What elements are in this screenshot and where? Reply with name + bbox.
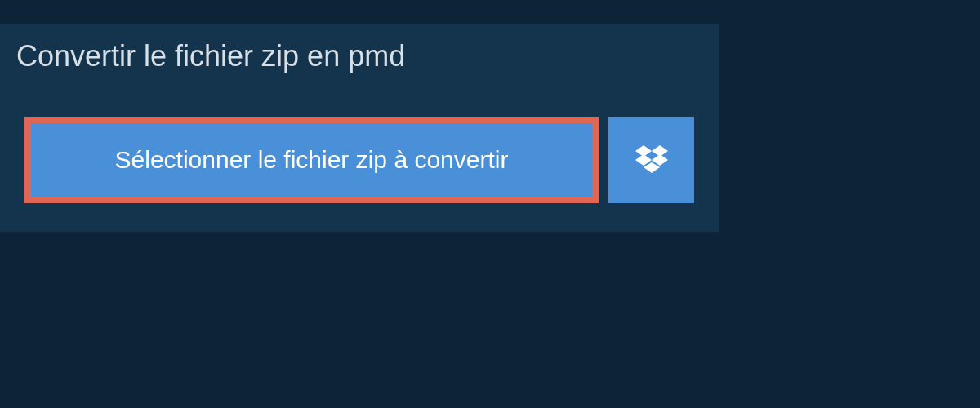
select-file-button[interactable]: Sélectionner le fichier zip à convertir [24, 117, 599, 203]
page-title: Convertir le fichier zip en pmd [0, 24, 430, 88]
dropbox-icon [635, 145, 668, 175]
converter-panel: Convertir le fichier zip en pmd Sélectio… [0, 24, 719, 232]
button-row: Sélectionner le fichier zip à convertir [0, 88, 719, 203]
select-file-label: Sélectionner le fichier zip à convertir [115, 146, 509, 174]
dropbox-button[interactable] [608, 117, 694, 203]
